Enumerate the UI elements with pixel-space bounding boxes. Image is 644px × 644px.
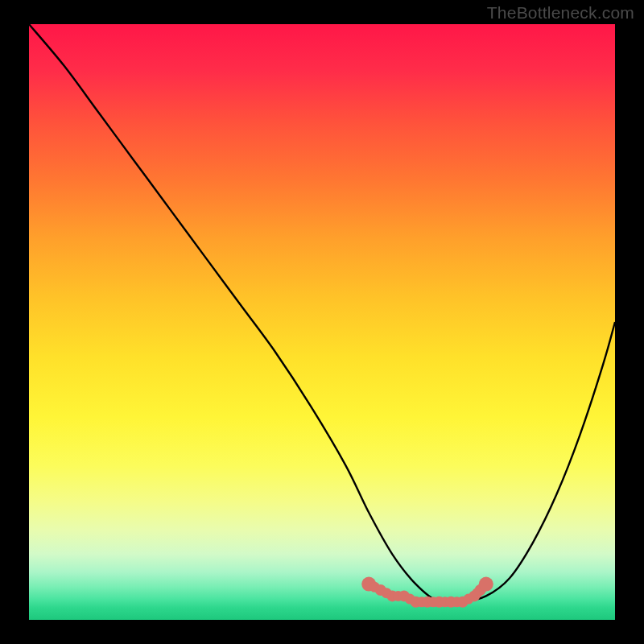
- main-curve: [29, 24, 615, 604]
- stage: TheBottleneck.com: [0, 0, 644, 644]
- plot-area: [29, 24, 615, 620]
- watermark-text: TheBottleneck.com: [487, 3, 634, 23]
- highlight-dot: [479, 577, 493, 592]
- highlight-dots: [361, 577, 493, 608]
- chart-svg: [29, 24, 615, 620]
